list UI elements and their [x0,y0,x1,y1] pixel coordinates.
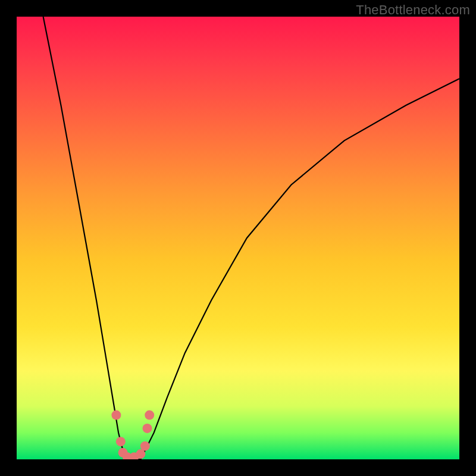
marker-dot [116,437,126,446]
marker-dot [143,424,152,433]
sweet-spot-markers [111,411,154,459]
bottleneck-chart [17,17,459,459]
bottleneck-curve [43,17,459,459]
marker-dot [111,411,121,420]
marker-dot [136,449,145,459]
marker-dot [145,411,154,420]
watermark-text: TheBottleneck.com [356,2,470,18]
chart-plot-area [17,17,459,459]
marker-dot [140,441,150,451]
